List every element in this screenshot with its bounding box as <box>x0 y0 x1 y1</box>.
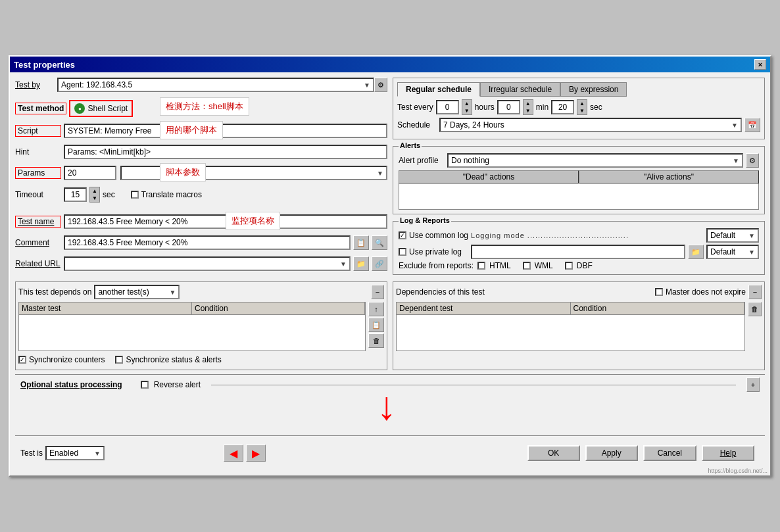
test-by-config-button[interactable]: ⚙ <box>374 78 387 92</box>
cancel-button[interactable]: Cancel <box>643 445 696 461</box>
min-spinner[interactable]: ▲ ▼ <box>523 99 533 115</box>
private-log-mode-dropdown[interactable]: Default ▼ <box>706 245 759 259</box>
alerts-title: Alerts <box>399 141 422 149</box>
timeout-spin-down-icon[interactable]: ▼ <box>90 195 99 202</box>
params-label: Params <box>15 167 61 179</box>
hint-label: Hint <box>15 147 61 157</box>
annotation-script: 用的哪个脚本 <box>160 121 223 139</box>
translate-macros-checkbox[interactable] <box>131 191 139 199</box>
min-spin-down-icon[interactable]: ▼ <box>524 107 533 114</box>
alert-profile-dropdown[interactable]: Do nothing ▼ <box>447 153 743 168</box>
depends-label: This test depends on <box>18 287 91 297</box>
min-spin-up-icon[interactable]: ▲ <box>524 100 533 107</box>
sync-status-checkbox[interactable] <box>115 356 123 364</box>
depends-dropdown-value: another test(s) <box>98 287 149 297</box>
related-url-dropdown[interactable]: ▼ <box>64 256 351 271</box>
hours-label: hours <box>475 103 495 112</box>
sec-spinner[interactable]: ▲ ▼ <box>577 99 587 115</box>
schedule-btn[interactable]: 📅 <box>744 118 760 132</box>
dependencies-minus-btn[interactable]: − <box>748 285 762 299</box>
test-is-arrow-icon: ▼ <box>94 450 101 457</box>
depends-move-up-btn[interactable]: ↑ <box>368 302 384 316</box>
hours-spin-up-icon[interactable]: ▲ <box>462 100 472 107</box>
comment-input[interactable] <box>64 235 351 250</box>
sync-counters-checkbox[interactable] <box>18 356 26 364</box>
sec-label: sec <box>590 103 602 112</box>
test-is-label: Test is <box>20 448 43 458</box>
logging-mode-dropdown[interactable]: Default ▼ <box>706 228 759 243</box>
dbf-checkbox[interactable] <box>565 262 573 270</box>
comment-btn2[interactable]: 🔍 <box>372 235 387 250</box>
alert-profile-arrow-icon: ▼ <box>733 157 739 164</box>
sync-status-label: Synchronize status & alerts <box>126 355 221 364</box>
dependencies-table-body <box>396 315 745 351</box>
sec-spin-up-icon[interactable]: ▲ <box>577 100 587 107</box>
test-is-value: Enabled <box>49 448 78 458</box>
wml-checkbox[interactable] <box>523 262 531 270</box>
use-common-log-checkbox[interactable] <box>399 231 406 239</box>
tab-irregular-schedule[interactable]: Irregular schedule <box>480 82 560 97</box>
master-test-col-header: Master test <box>19 302 192 314</box>
min-input[interactable] <box>497 100 520 114</box>
shell-script-icon: ● <box>74 103 85 114</box>
dbf-label: DBF <box>577 261 593 270</box>
help-button[interactable]: Help <box>702 445 754 461</box>
red-arrow-icon: ↑ <box>377 392 397 431</box>
hours-spin-down-icon[interactable]: ▼ <box>462 107 472 114</box>
depends-minus-btn[interactable]: − <box>371 285 384 299</box>
depends-right-panel: Dependencies of this test Master does no… <box>393 281 765 370</box>
sec-spin-down-icon[interactable]: ▼ <box>577 107 587 114</box>
apply-button[interactable]: Apply <box>585 445 638 461</box>
nav-forward-button[interactable]: ▶ <box>246 445 266 462</box>
private-log-mode-value: Default <box>710 247 735 256</box>
action-buttons: OK Apply Cancel Help <box>522 440 760 466</box>
test-by-dropdown[interactable]: Agent: 192.168.43.5 ▼ <box>57 78 374 92</box>
comment-btn1[interactable]: 📋 <box>353 235 369 250</box>
tab-by-expression[interactable]: By expression <box>560 82 627 97</box>
ok-button[interactable]: OK <box>527 445 580 461</box>
dependent-test-col-header: Dependent test <box>397 302 571 314</box>
logging-mode-value: Default <box>710 231 735 240</box>
title-bar: Test properties × <box>10 57 770 72</box>
reverse-alert-checkbox[interactable] <box>141 381 149 389</box>
private-log-input[interactable] <box>471 245 685 259</box>
hours-input[interactable] <box>436 100 459 114</box>
sec-input[interactable] <box>551 100 574 114</box>
timeout-input[interactable] <box>64 187 87 202</box>
timeout-spinner[interactable]: ▲ ▼ <box>89 187 100 203</box>
test-is-dropdown[interactable]: Enabled ▼ <box>45 446 105 460</box>
tab-regular-schedule[interactable]: Regular schedule <box>397 82 480 97</box>
schedule-dropdown[interactable]: 7 Days, 24 Hours ▼ <box>439 118 742 132</box>
use-private-log-checkbox[interactable] <box>399 248 406 256</box>
alert-profile-label: Alert profile <box>399 156 445 165</box>
dep-delete-btn[interactable]: 🗑 <box>748 302 762 316</box>
depends-delete-btn[interactable]: 🗑 <box>368 333 384 348</box>
schedule-value: 7 Days, 24 Hours <box>443 120 504 130</box>
min-label: min <box>536 103 548 112</box>
params-dropdown-arrow-icon: ▼ <box>377 170 383 177</box>
private-log-btn[interactable]: 📁 <box>688 245 704 259</box>
nav-back-button[interactable]: ◀ <box>224 445 243 462</box>
hours-spinner[interactable]: ▲ ▼ <box>462 99 472 115</box>
timeout-spin-up-icon[interactable]: ▲ <box>90 187 99 195</box>
hint-input[interactable] <box>64 145 387 159</box>
params-input[interactable] <box>64 166 116 180</box>
alive-actions-btn[interactable]: "Alive actions" <box>579 170 759 183</box>
annotation-test-method: 检测方法：shell脚本 <box>160 97 249 116</box>
optional-expand-btn[interactable]: + <box>746 377 760 392</box>
depends-add-btn[interactable]: 📋 <box>368 318 384 332</box>
annotation-test-name: 监控项名称 <box>226 212 280 230</box>
close-button[interactable]: × <box>754 59 766 70</box>
optional-status-label: Optional status processing <box>20 380 122 389</box>
html-checkbox[interactable] <box>477 262 485 270</box>
master-does-not-expire-checkbox[interactable] <box>655 288 663 296</box>
alert-profile-btn[interactable]: ⚙ <box>746 153 759 168</box>
timeout-label: Timeout <box>15 190 61 199</box>
schedule-dropdown-arrow-icon: ▼ <box>731 122 738 129</box>
related-url-btn2[interactable]: 🔗 <box>372 256 387 271</box>
related-url-btn1[interactable]: 📁 <box>353 256 369 271</box>
script-input[interactable] <box>64 124 387 138</box>
dead-actions-btn[interactable]: "Dead" actions <box>399 170 579 183</box>
logging-mode-arrow-icon: ▼ <box>748 232 755 239</box>
depends-dropdown[interactable]: another test(s) ▼ <box>94 285 180 299</box>
